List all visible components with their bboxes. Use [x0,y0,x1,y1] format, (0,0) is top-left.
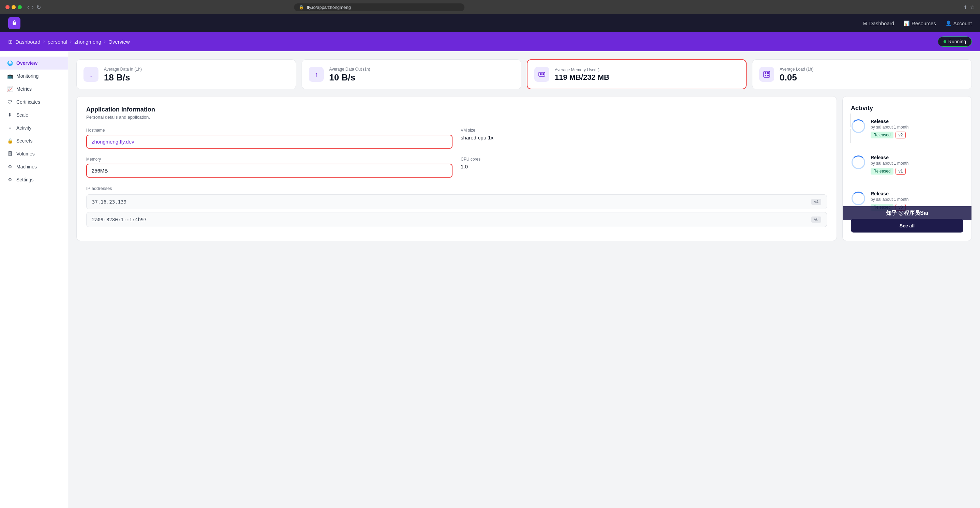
data-out-value: 10 B/s [329,73,371,82]
app-logo[interactable] [8,17,21,29]
minimize-window-btn[interactable] [11,5,16,9]
app-info-title: Application Information [86,106,827,113]
sidebar-label-volumes: Volumes [16,151,35,156]
activity-title: Activity [851,105,963,112]
badge-version-2: v1 [896,168,906,175]
memory-box: 256MB [86,164,452,178]
browser-navigation: ‹ › ↻ [27,4,41,11]
main-layout: 🌐 Overview 📺 Monitoring 📈 Metrics 🛡 Cert… [0,51,980,508]
activity-icon-1 [851,119,866,134]
vm-size-value: shared-cpu-1x [461,135,827,140]
secrets-icon: 🔒 [7,138,13,144]
top-nav-links: ⊞ Dashboard 📊 Resources 👤 Account [863,21,972,26]
badge-version-1: v2 [896,132,906,139]
see-all-button[interactable]: See all [851,219,963,233]
cpu-cores-field: CPU cores 1.0 [461,157,827,178]
app-info-subtitle: Personal details and application. [86,115,827,119]
address-bar[interactable]: 🔒 fly.io/apps/zhongmeng [294,3,465,11]
sidebar-item-scale[interactable]: ⬇ Scale [0,108,68,121]
sidebar-item-monitoring[interactable]: 📺 Monitoring [0,70,68,83]
machines-icon: ⚙ [7,164,13,170]
sidebar-item-activity[interactable]: ≡ Activity [0,121,68,134]
resources-icon: 📊 [904,21,910,26]
badge-released-2: Released [870,168,893,175]
sidebar-item-metrics[interactable]: 📈 Metrics [0,83,68,96]
sidebar-label-certificates: Certificates [16,99,40,105]
monitoring-icon: 📺 [7,73,13,79]
nav-dashboard-label: Dashboard [869,21,894,26]
hostname-label: Hostname [86,128,452,133]
volumes-icon: 🗄 [7,151,13,157]
breadcrumb-sep-1: › [43,38,45,45]
nav-account[interactable]: 👤 Account [946,21,972,26]
sidebar-label-metrics: Metrics [16,86,32,92]
hostname-box: zhongmeng.fly.dev [86,135,452,149]
svg-rect-3 [541,73,542,75]
nav-dashboard[interactable]: ⊞ Dashboard [863,21,894,26]
svg-rect-9 [767,75,769,76]
cpu-cores-value: 1.0 [461,164,827,169]
activity-icon-3 [851,191,866,206]
logo-icon [8,17,21,29]
breadcrumb-overview[interactable]: Overview [108,39,130,45]
stat-card-load[interactable]: Average Load (1h) 0.05 [752,59,972,89]
breadcrumb: ⊞ Dashboard › personal › zhongmeng › Ove… [8,38,938,45]
sidebar-item-overview[interactable]: 🌐 Overview [0,57,68,70]
certificates-icon: 🛡 [7,99,13,105]
ip-version-v6: v6 [811,217,821,223]
overview-icon: 🌐 [7,60,13,66]
activity-badges-1: Released v2 [870,132,908,139]
stat-card-data-out[interactable]: ↑ Average Data Out (1h) 10 B/s [302,59,521,89]
maximize-window-btn[interactable] [18,5,22,9]
activity-item-2: Release by sai about 1 month Released v1 [851,155,963,175]
sidebar-label-settings: Settings [16,177,34,182]
sidebar-label-monitoring: Monitoring [16,73,38,79]
reload-button[interactable]: ↻ [37,4,41,11]
data-in-label: Average Data In (1h) [104,67,142,72]
ip-addr-v6: 2a09:8280:1::1:4b97 [92,217,146,222]
sidebar-item-volumes[interactable]: 🗄 Volumes [0,147,68,160]
svg-rect-4 [543,73,544,75]
sidebar-item-secrets[interactable]: 🔒 Secrets [0,134,68,147]
breadcrumb-icon: ⊞ [8,38,13,45]
breadcrumb-zhongmeng[interactable]: zhongmeng [75,39,101,45]
cpu-cores-label: CPU cores [461,157,827,162]
svg-rect-8 [765,75,766,76]
sidebar-item-certificates[interactable]: 🛡 Certificates [0,96,68,108]
dashboard-icon: ⊞ [863,21,867,26]
svg-point-0 [14,21,15,22]
back-button[interactable]: ‹ [27,4,29,11]
memory-field-label: Memory [86,157,452,162]
data-in-value: 18 B/s [104,73,142,82]
sidebar-item-settings[interactable]: ⚙ Settings [0,173,68,186]
activity-content-2: Release by sai about 1 month Released v1 [870,155,908,175]
hostname-value: zhongmeng.fly.dev [92,139,447,145]
activity-type-1: Release [870,119,908,124]
bookmark-icon[interactable]: ☆ [970,5,975,10]
sidebar-label-activity: Activity [16,125,31,131]
load-value: 0.05 [780,73,813,82]
scale-icon: ⬇ [7,112,13,118]
memory-label: Average Memory Used (... [555,67,609,72]
breadcrumb-dashboard[interactable]: Dashboard [15,39,40,45]
stats-row: ↓ Average Data In (1h) 18 B/s ↑ Average … [76,59,972,89]
memory-icon [534,67,549,82]
sidebar-item-machines[interactable]: ⚙ Machines [0,160,68,173]
activity-meta-2: by sai about 1 month [870,161,908,166]
activity-meta-1: by sai about 1 month [870,125,908,129]
watermark: 知乎 @程序员Sai [843,206,972,220]
sidebar-label-scale: Scale [16,112,28,118]
share-icon[interactable]: ⬆ [963,5,967,10]
status-badge: Running [938,37,972,47]
close-window-btn[interactable] [5,5,10,9]
status-dot [943,40,946,43]
forward-button[interactable]: › [32,4,33,11]
breadcrumb-sep-3: › [104,38,106,45]
account-icon: 👤 [946,21,951,26]
stat-card-data-in[interactable]: ↓ Average Data In (1h) 18 B/s [76,59,296,89]
stat-card-memory[interactable]: Average Memory Used (... 119 MB/232 MB [527,59,746,89]
breadcrumb-personal[interactable]: personal [48,39,67,45]
nav-resources[interactable]: 📊 Resources [904,21,936,26]
lock-icon: 🔒 [299,5,304,10]
activity-connector-2 [850,129,851,143]
